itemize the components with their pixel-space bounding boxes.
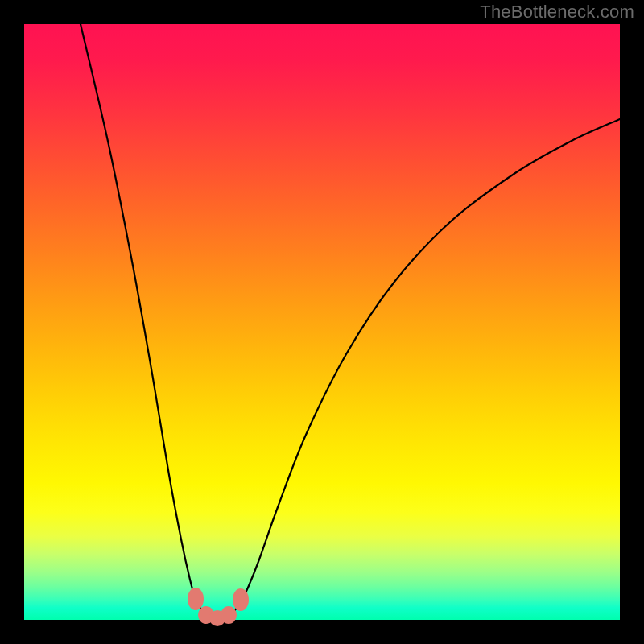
marker-group bbox=[188, 588, 249, 626]
plot-area bbox=[24, 24, 620, 620]
curve-marker bbox=[188, 588, 204, 610]
curve-marker bbox=[233, 588, 249, 611]
bottleneck-curve bbox=[80, 24, 620, 619]
chart-svg bbox=[24, 24, 620, 620]
curve-marker bbox=[221, 606, 237, 624]
attribution-text: TheBottleneck.com bbox=[480, 2, 634, 23]
